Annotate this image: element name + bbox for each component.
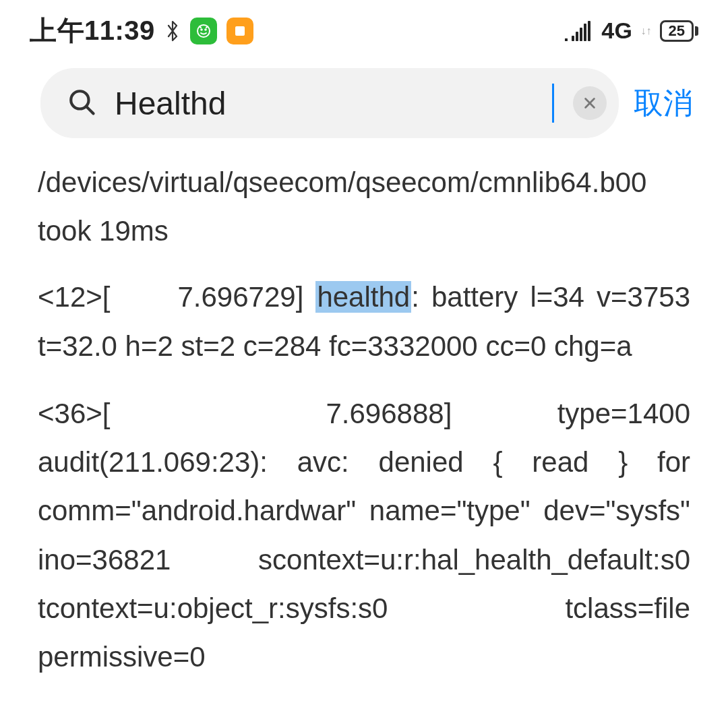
log-text: <12>[ xyxy=(38,281,110,313)
status-bar: 上午11:39 4G ↓↑ xyxy=(0,0,728,56)
data-arrows-icon: ↓↑ xyxy=(641,25,652,37)
battery-level: 25 xyxy=(660,20,694,42)
log-text: type=1400 audit(211.069:23): avc: denied… xyxy=(38,398,690,673)
log-text: <36>[ xyxy=(38,398,110,429)
log-timestamp: 7.696888] xyxy=(326,398,452,429)
status-right: 4G ↓↑ 25 xyxy=(565,18,698,44)
log-timestamp: 7.696729] xyxy=(177,281,315,313)
svg-point-2 xyxy=(205,29,206,30)
status-time: 上午11:39 xyxy=(30,12,155,49)
text-caret xyxy=(552,84,554,123)
clear-search-button[interactable] xyxy=(573,86,607,120)
search-input[interactable]: Healthd xyxy=(115,85,553,122)
log-entry: <36>[7.696888] type=1400 audit(211.069:2… xyxy=(38,390,690,681)
log-entry: <12>[7.696729] healthd: battery l=34 v=3… xyxy=(38,273,690,370)
cancel-button[interactable]: 取消 xyxy=(634,84,701,123)
battery-icon: 25 xyxy=(660,20,698,42)
svg-point-1 xyxy=(201,29,202,30)
svg-line-5 xyxy=(87,107,94,114)
bluetooth-icon xyxy=(164,18,181,44)
network-type: 4G xyxy=(601,18,632,44)
search-field[interactable]: Healthd xyxy=(40,68,619,138)
search-input-wrap[interactable]: Healthd xyxy=(115,84,554,123)
search-icon xyxy=(67,88,96,119)
search-highlight: healthd xyxy=(315,281,411,313)
signal-icon xyxy=(565,21,593,41)
status-left: 上午11:39 xyxy=(30,12,253,49)
app-icon-orange xyxy=(226,18,253,44)
app-icon-green xyxy=(190,18,217,44)
search-row: Healthd 取消 xyxy=(0,56,728,148)
log-content[interactable]: /devices/virtual/qseecom/qseecom/cmnlib6… xyxy=(0,148,728,681)
log-entry: /devices/virtual/qseecom/qseecom/cmnlib6… xyxy=(38,158,690,255)
svg-rect-3 xyxy=(235,26,245,36)
